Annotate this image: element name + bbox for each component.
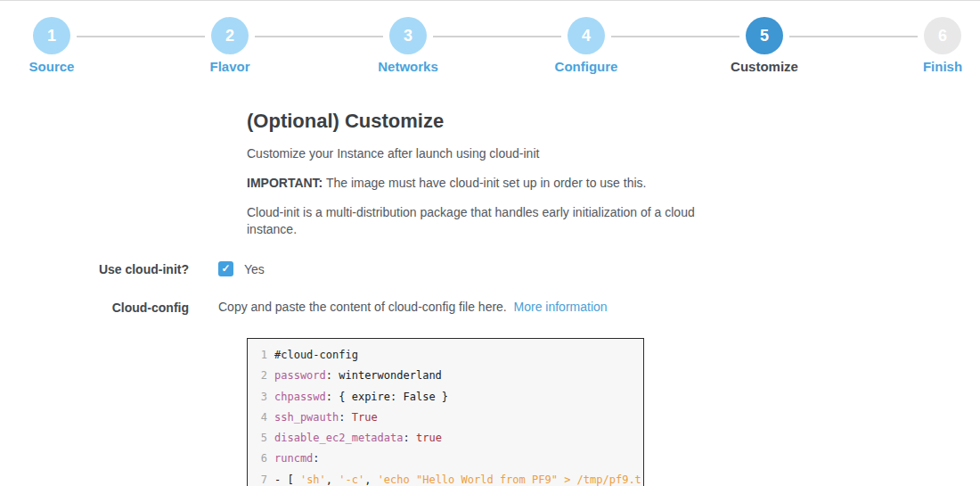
step-number: 2 bbox=[211, 17, 249, 54]
code-token: : bbox=[339, 411, 351, 424]
step-number: 4 bbox=[568, 17, 605, 54]
code-token: : bbox=[313, 452, 319, 465]
cloud-config-editor[interactable]: 1#cloud-config2password: winterwonderlan… bbox=[247, 338, 644, 486]
code-token: 'echo "Hello World from PF9" > /tmp/pf9.… bbox=[378, 474, 641, 486]
code-token: , bbox=[326, 474, 339, 486]
code-token: runcmd bbox=[274, 452, 313, 465]
code-token: password bbox=[274, 369, 326, 382]
step-label: Finish bbox=[889, 59, 980, 74]
code-token: - [ bbox=[274, 474, 300, 486]
code-token: : bbox=[404, 432, 416, 444]
step-label: Source bbox=[0, 59, 105, 74]
checkbox-yes-label: Yes bbox=[244, 262, 265, 276]
use-cloud-init-row: Use cloud-init? ✓ Yes bbox=[0, 261, 980, 276]
code-token: '-c' bbox=[339, 474, 364, 486]
step-label: Customize bbox=[711, 59, 818, 74]
cloud-config-label: Cloud-config bbox=[0, 300, 218, 315]
line-number: 3 bbox=[258, 387, 267, 408]
code-token: true bbox=[416, 432, 442, 444]
page-title: (Optional) Customize bbox=[247, 110, 746, 133]
code-token: disable_ec2_metadata bbox=[274, 432, 404, 444]
use-cloud-init-checkbox[interactable]: ✓ bbox=[218, 261, 233, 276]
code-line: 5disable_ec2_metadata: true bbox=[258, 428, 643, 449]
step-networks[interactable]: 3Networks bbox=[355, 17, 461, 74]
cloud-config-hint: Copy and paste the content of cloud-conf… bbox=[218, 300, 507, 314]
customize-step-panel: (Optional) Customize Customize your Inst… bbox=[0, 110, 980, 486]
line-number: 2 bbox=[258, 366, 267, 386]
cloud-config-editor-row: 1#cloud-config2password: winterwonderlan… bbox=[0, 338, 980, 486]
code-token: chpasswd bbox=[274, 391, 326, 403]
code-line: 3chpasswd: { expire: False } bbox=[258, 387, 643, 408]
more-information-link[interactable]: More information bbox=[514, 300, 608, 314]
code-line: 6runcmd: bbox=[258, 449, 643, 469]
line-number: 5 bbox=[258, 428, 267, 449]
code-token: : winterwonderland bbox=[326, 369, 442, 382]
line-number: 1 bbox=[258, 345, 267, 366]
cloud-init-description: Cloud-init is a multi-distribution packa… bbox=[247, 204, 746, 238]
line-number: 6 bbox=[258, 449, 267, 469]
code-lines: 1#cloud-config2password: winterwonderlan… bbox=[258, 345, 643, 486]
line-number: 4 bbox=[258, 408, 267, 428]
step-label: Configure bbox=[533, 59, 640, 74]
code-line: 2password: winterwonderland bbox=[258, 366, 643, 386]
use-cloud-init-label: Use cloud-init? bbox=[0, 261, 218, 276]
step-number: 1 bbox=[33, 17, 70, 54]
important-text: The image must have cloud-init set up in… bbox=[323, 176, 646, 190]
code-line: 7- [ 'sh', '-c', 'echo "Hello World from… bbox=[258, 470, 643, 486]
intro-text: Customize your Instance after launch usi… bbox=[247, 145, 746, 162]
step-number: 3 bbox=[389, 17, 427, 54]
step-number: 6 bbox=[924, 17, 961, 54]
code-line: 4ssh_pwauth: True bbox=[258, 408, 643, 428]
code-token: 'sh' bbox=[300, 474, 326, 486]
step-label: Flavor bbox=[176, 59, 283, 74]
step-finish[interactable]: 6Finish bbox=[889, 17, 980, 74]
code-token: #cloud-config bbox=[274, 349, 358, 361]
cloud-config-row: Cloud-config Copy and paste the content … bbox=[0, 300, 980, 315]
step-flavor[interactable]: 2Flavor bbox=[176, 17, 283, 74]
code-token: , bbox=[364, 474, 377, 486]
step-customize[interactable]: 5Customize bbox=[711, 17, 818, 74]
important-note: IMPORTANT: The image must have cloud-ini… bbox=[247, 175, 746, 192]
wizard-stepper: 1Source2Flavor3Networks4Configure5Custom… bbox=[0, 3, 980, 88]
launch-instance-wizard: 1Source2Flavor3Networks4Configure5Custom… bbox=[0, 0, 980, 486]
code-token: : { expire: False } bbox=[326, 391, 448, 403]
step-configure[interactable]: 4Configure bbox=[533, 17, 640, 74]
line-number: 7 bbox=[258, 470, 267, 486]
step-source[interactable]: 1Source bbox=[0, 17, 105, 74]
code-token: True bbox=[352, 411, 378, 424]
step-label: Networks bbox=[355, 59, 461, 74]
step-number: 5 bbox=[746, 17, 783, 54]
important-label: IMPORTANT: bbox=[247, 176, 323, 190]
code-token: ssh_pwauth bbox=[274, 411, 339, 424]
code-line: 1#cloud-config bbox=[258, 345, 643, 366]
